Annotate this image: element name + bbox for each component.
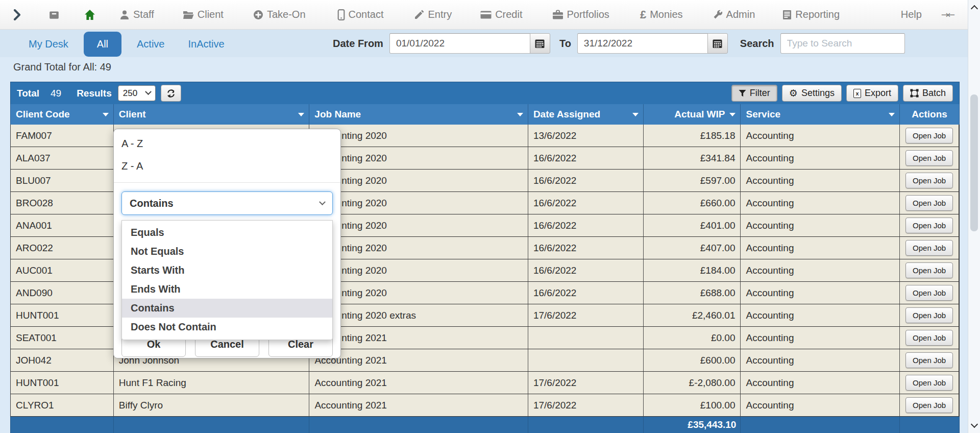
scroll-up-arrow-icon[interactable]: [971, 5, 978, 12]
refresh-button[interactable]: [161, 85, 181, 102]
home-icon[interactable]: [84, 9, 96, 20]
cell-job-name: Accounting 2021: [309, 327, 528, 349]
batch-button[interactable]: Batch: [903, 85, 953, 102]
view-tab[interactable]: InActive: [180, 33, 233, 56]
open-job-button[interactable]: Open Job: [905, 195, 953, 211]
column-header-job-name[interactable]: Job Name: [309, 104, 528, 125]
table-header-row: Client Code Client Job Name Date Assigne…: [10, 104, 960, 125]
export-button[interactable]: x Export: [846, 85, 898, 102]
date-from-input[interactable]: [389, 33, 530, 54]
operator-option[interactable]: Equals: [122, 223, 332, 242]
search-label: Search: [740, 38, 774, 50]
date-to-input[interactable]: [577, 33, 708, 54]
operator-select[interactable]: Contains: [121, 191, 333, 215]
cell-actual-wip: £401.00: [644, 214, 741, 237]
cell-actual-wip: £688.00: [644, 282, 741, 304]
cell-actual-wip: £341.84: [644, 147, 741, 170]
nav-item-portfolios[interactable]: Portfolios: [552, 9, 609, 20]
column-header-date-assigned[interactable]: Date Assigned: [528, 104, 644, 125]
cell-actual-wip: £660.00: [644, 192, 741, 214]
column-header-client-code[interactable]: Client Code: [11, 104, 114, 125]
filter-bar: My DeskAllActiveInActive Date From To Se…: [0, 30, 980, 57]
total-label: Total: [17, 88, 39, 99]
view-tab[interactable]: Active: [129, 33, 173, 56]
collapse-arrows-icon[interactable]: →←: [941, 9, 953, 20]
cell-service: Accounting: [741, 372, 900, 394]
nav-item-admin[interactable]: Admin: [713, 9, 755, 20]
search-input[interactable]: [780, 33, 905, 54]
cell-job-name: Accounting 2020: [309, 214, 528, 237]
cell-date-assigned: 17/6/2022: [528, 394, 644, 417]
sort-z-a-option[interactable]: Z - A: [114, 155, 340, 177]
nav-item-client[interactable]: Client: [183, 9, 224, 20]
nav-item-credit[interactable]: Credit: [480, 9, 522, 20]
open-job-button[interactable]: Open Job: [905, 240, 953, 256]
date-to-calendar-button[interactable]: [707, 33, 728, 54]
open-job-button[interactable]: Open Job: [905, 307, 953, 323]
operator-option[interactable]: Not Equals: [122, 242, 332, 261]
date-to-label: To: [559, 38, 571, 50]
grid-toolbar: Total 49 Results 250 Filter ⚙ Settings x…: [10, 82, 960, 104]
view-tab[interactable]: All: [84, 32, 121, 57]
operator-option[interactable]: Contains: [122, 299, 332, 318]
scrollbar-thumb[interactable]: [970, 94, 978, 231]
table-row: HUNT001 Hunt F1 Racing Accounting 2021 1…: [10, 372, 960, 394]
open-job-button[interactable]: Open Job: [905, 330, 953, 346]
cell-client-code: CLYRO1: [11, 394, 114, 417]
nav-item-contact[interactable]: Contact: [337, 9, 384, 20]
help-link[interactable]: Help: [901, 9, 922, 20]
cell-date-assigned: 16/6/2022: [528, 237, 644, 259]
cell-client-code: AND090: [11, 282, 114, 304]
cell-actions: Open Job: [900, 282, 959, 304]
scroll-down-arrow-icon[interactable]: [971, 421, 978, 428]
nav-item-entry[interactable]: Entry: [414, 9, 452, 20]
nav-item-take-on[interactable]: Take-On: [253, 9, 306, 20]
open-job-button[interactable]: Open Job: [905, 397, 953, 413]
nav-item-reporting[interactable]: Reporting: [782, 9, 840, 20]
pound-icon: £: [640, 8, 646, 21]
nav-item-monies[interactable]: £ Monies: [640, 8, 683, 21]
cell-actions: Open Job: [900, 394, 959, 417]
column-header-client[interactable]: Client: [114, 104, 310, 125]
column-header-service[interactable]: Service: [741, 104, 900, 125]
open-job-button[interactable]: Open Job: [905, 375, 953, 391]
open-job-button[interactable]: Open Job: [905, 128, 953, 143]
nav-item-staff[interactable]: Staff: [119, 9, 154, 20]
open-job-button[interactable]: Open Job: [905, 352, 953, 368]
expand-chevron-icon[interactable]: [13, 9, 21, 20]
desk-icon[interactable]: [48, 9, 60, 20]
chevron-down-icon: [319, 199, 326, 205]
folder-icon: [183, 10, 194, 19]
filter-button[interactable]: Filter: [731, 85, 777, 102]
open-job-button[interactable]: Open Job: [905, 150, 953, 166]
cell-job-name: Accounting 2020 extras: [309, 304, 528, 327]
cell-service: Accounting: [741, 259, 900, 282]
cell-service: Accounting: [741, 125, 900, 147]
sort-a-z-option[interactable]: A - Z: [114, 132, 340, 155]
date-from-calendar-button[interactable]: [530, 33, 550, 54]
cell-actions: Open Job: [900, 304, 959, 327]
settings-button[interactable]: ⚙ Settings: [782, 85, 842, 102]
view-tab[interactable]: My Desk: [20, 33, 77, 56]
operator-option[interactable]: Ends With: [122, 280, 332, 299]
briefcase-icon: [552, 10, 564, 20]
cell-job-name: Accounting 2020: [309, 170, 528, 192]
operator-option[interactable]: Starts With: [122, 261, 332, 280]
column-header-actual-wip[interactable]: Actual WIP: [644, 104, 741, 125]
open-job-button[interactable]: Open Job: [905, 218, 953, 233]
view-tabs: My DeskAllActiveInActive: [20, 32, 240, 57]
cell-job-name: Accounting 2020: [309, 125, 528, 147]
operator-option[interactable]: Does Not Contain: [122, 318, 332, 336]
vertical-scrollbar[interactable]: [968, 0, 980, 433]
results-count-select[interactable]: 250: [118, 85, 156, 101]
open-job-button[interactable]: Open Job: [905, 285, 953, 301]
cell-actions: Open Job: [900, 372, 959, 394]
cell-job-name: Accounting 2020: [309, 237, 528, 259]
cell-actions: Open Job: [900, 214, 959, 237]
open-job-button[interactable]: Open Job: [905, 262, 953, 278]
top-navigation: Staff Client Take-On Contact Entry Credi…: [0, 0, 980, 30]
report-icon: [782, 10, 792, 20]
open-job-button[interactable]: Open Job: [905, 173, 953, 188]
cell-date-assigned: [528, 349, 644, 372]
cell-actions: Open Job: [900, 259, 959, 282]
